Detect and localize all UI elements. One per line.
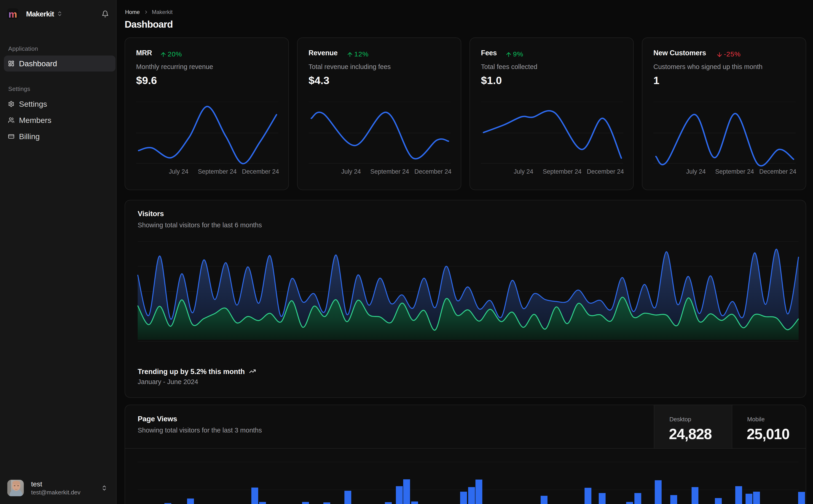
svg-text:m: m [8, 9, 17, 19]
